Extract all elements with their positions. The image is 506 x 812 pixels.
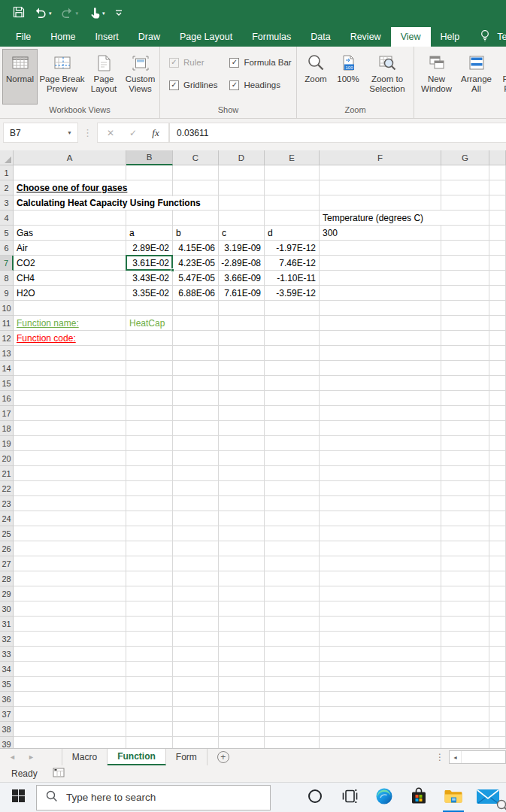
cell-partial-r11[interactable]: [489, 316, 506, 331]
cell-F2[interactable]: [320, 180, 441, 195]
cell-B30[interactable]: [126, 601, 173, 617]
sheet-tab-macro[interactable]: Macro: [62, 749, 108, 765]
cell-D2[interactable]: [219, 180, 265, 195]
cell-B2[interactable]: [126, 180, 173, 195]
cell-C17[interactable]: [173, 406, 219, 421]
cell-partial-r26[interactable]: [489, 541, 506, 556]
tab-formulas[interactable]: Formulas: [242, 27, 301, 47]
cell-partial-r6[interactable]: [489, 241, 506, 256]
name-box[interactable]: B7 ▼: [3, 123, 78, 143]
cell-A20[interactable]: [14, 451, 126, 466]
cell-C34[interactable]: [173, 662, 219, 677]
cell-partial-r1[interactable]: [489, 165, 506, 180]
cell-D16[interactable]: [219, 391, 265, 406]
row-header-7[interactable]: 7: [0, 256, 14, 271]
cell-partial-r32[interactable]: [489, 632, 506, 647]
row-header-11[interactable]: 11: [0, 316, 14, 331]
cell-F20[interactable]: [320, 451, 441, 466]
cell-F1[interactable]: [320, 165, 441, 180]
column-header-partial[interactable]: [489, 150, 506, 165]
cell-D15[interactable]: [219, 376, 265, 391]
fill-handle[interactable]: [171, 268, 174, 272]
cell-D3[interactable]: [219, 195, 265, 211]
task-view-button[interactable]: [332, 783, 367, 812]
cell-E34[interactable]: [265, 662, 320, 677]
cell-G19[interactable]: [441, 436, 489, 451]
cell-E32[interactable]: [265, 632, 320, 647]
tab-draw[interactable]: Draw: [129, 27, 170, 47]
row-header-6[interactable]: 6: [0, 241, 14, 256]
cell-D9[interactable]: 7.61E-09: [219, 286, 265, 301]
cell-F15[interactable]: [320, 376, 441, 391]
cell-A17[interactable]: [14, 406, 126, 421]
ruler-checkbox[interactable]: ✓ Ruler: [169, 58, 217, 68]
cell-B20[interactable]: [126, 451, 173, 466]
cell-E17[interactable]: [265, 406, 320, 421]
cell-E36[interactable]: [265, 692, 320, 707]
cell-partial-r3[interactable]: [489, 195, 506, 211]
cell-D23[interactable]: [219, 496, 265, 511]
row-header-28[interactable]: 28: [0, 571, 14, 586]
cell-A15[interactable]: [14, 376, 126, 391]
row-header-9[interactable]: 9: [0, 286, 14, 301]
cell-D19[interactable]: [219, 436, 265, 451]
customize-qat-button[interactable]: [111, 4, 127, 23]
row-header-15[interactable]: 15: [0, 376, 14, 391]
row-header-14[interactable]: 14: [0, 361, 14, 376]
cell-B25[interactable]: [126, 526, 173, 541]
cell-F18[interactable]: [320, 421, 441, 436]
cell-C23[interactable]: [173, 496, 219, 511]
cell-C10[interactable]: [173, 301, 219, 316]
formula-input[interactable]: 0.03611: [169, 123, 506, 143]
cell-partial-r15[interactable]: [489, 376, 506, 391]
cell-F32[interactable]: [320, 632, 441, 647]
scroll-left-icon[interactable]: ◄: [450, 751, 462, 763]
cell-C36[interactable]: [173, 692, 219, 707]
row-header-33[interactable]: 33: [0, 647, 14, 662]
cell-partial-r12[interactable]: [489, 331, 506, 346]
file-explorer-button[interactable]: [436, 783, 471, 812]
cell-D10[interactable]: [219, 301, 265, 316]
cell-A6[interactable]: Air: [14, 241, 126, 256]
cell-D32[interactable]: [219, 632, 265, 647]
cell-C15[interactable]: [173, 376, 219, 391]
cell-C5[interactable]: b: [173, 226, 219, 241]
cell-partial-r36[interactable]: [489, 692, 506, 707]
cell-B35[interactable]: [126, 677, 173, 692]
cell-G2[interactable]: [441, 180, 489, 195]
cell-G4[interactable]: [441, 211, 489, 226]
cell-D27[interactable]: [219, 556, 265, 571]
cell-E2[interactable]: [265, 180, 320, 195]
cell-G5[interactable]: [441, 226, 489, 241]
cell-E33[interactable]: [265, 647, 320, 662]
cancel-entry-icon[interactable]: ✕: [99, 128, 122, 138]
cell-D24[interactable]: [219, 511, 265, 526]
cell-D7[interactable]: -2.89E-08: [219, 256, 265, 271]
cell-A30[interactable]: [14, 601, 126, 617]
cell-partial-r20[interactable]: [489, 451, 506, 466]
cell-E24[interactable]: [265, 511, 320, 526]
cell-G36[interactable]: [441, 692, 489, 707]
row-header-27[interactable]: 27: [0, 556, 14, 571]
cell-D14[interactable]: [219, 361, 265, 376]
taskbar-search-input[interactable]: Type here to search: [36, 785, 271, 810]
cell-C7[interactable]: 4.23E-05: [173, 256, 219, 271]
cell-B26[interactable]: [126, 541, 173, 556]
cell-F37[interactable]: [320, 707, 441, 722]
cell-B13[interactable]: [126, 346, 173, 361]
cell-E37[interactable]: [265, 707, 320, 722]
cell-C30[interactable]: [173, 601, 219, 617]
cell-C20[interactable]: [173, 451, 219, 466]
cell-C32[interactable]: [173, 632, 219, 647]
cell-E16[interactable]: [265, 391, 320, 406]
cell-F5[interactable]: 300: [320, 226, 441, 241]
row-header-17[interactable]: 17: [0, 406, 14, 421]
cell-B5[interactable]: a: [126, 226, 173, 241]
cell-E12[interactable]: [265, 331, 320, 346]
cell-A22[interactable]: [14, 481, 126, 496]
cell-C35[interactable]: [173, 677, 219, 692]
cell-partial-r38[interactable]: [489, 722, 506, 737]
cell-G28[interactable]: [441, 571, 489, 586]
cell-partial-r2[interactable]: [489, 180, 506, 195]
cell-B14[interactable]: [126, 361, 173, 376]
